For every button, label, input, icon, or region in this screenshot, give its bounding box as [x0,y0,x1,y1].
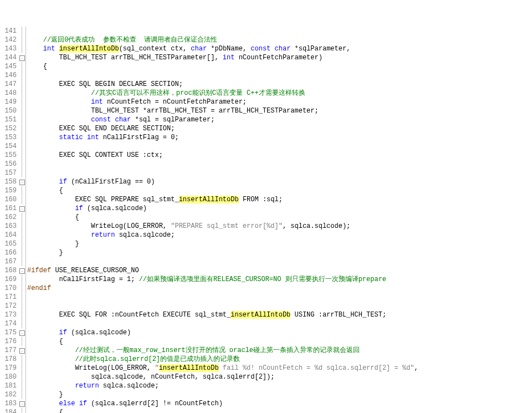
line-number: 175 [0,328,17,337]
code-line[interactable] [27,257,418,266]
code-line[interactable] [27,160,418,169]
code-line[interactable]: int insertAllIntoDb(sql_context ctx, cha… [27,44,418,53]
code-line[interactable]: sqlca.sqlcode, nCountFetch, sqlca.sqlerr… [27,373,418,381]
code-line[interactable]: } [27,239,418,248]
code-line[interactable]: { [27,408,418,413]
line-number: 152 [0,124,17,133]
line-number: 174 [0,319,17,328]
code-line[interactable]: WriteLog(LOG_ERROR, "insertAllIntoDb fai… [27,364,418,373]
fold-toggle[interactable]: - [19,348,25,354]
line-number: 144 [0,53,17,62]
line-number: 178 [0,355,17,364]
line-number: 173 [0,310,17,319]
line-number: 157 [0,169,17,177]
line-number: 155 [0,151,17,160]
code-line[interactable]: } [27,248,418,257]
code-line[interactable]: EXEC SQL CONTEXT USE :ctx; [27,151,418,160]
line-number: 169 [0,275,17,284]
line-number: 163 [0,222,17,231]
code-line[interactable]: } [27,390,418,399]
fold-toggle[interactable]: - [19,55,25,61]
code-line[interactable] [27,319,418,328]
line-number: 180 [0,373,17,381]
line-number: 141 [0,27,17,35]
code-line[interactable]: if (nCallFirstFlag == 0) [27,177,418,186]
fold-toggle[interactable]: - [19,330,25,336]
code-line[interactable]: EXEC SQL END DECLARE SECTION; [27,124,418,133]
line-number: 145 [0,62,17,71]
code-line[interactable]: TBL_HCH_TEST *arrTBL_HCH_TEST = arrTBL_H… [27,106,418,115]
line-number: 147 [0,80,17,89]
line-number: 170 [0,284,17,293]
code-line[interactable] [27,293,418,302]
code-line[interactable]: #endif [27,284,418,293]
line-number: 172 [0,302,17,310]
line-number: 171 [0,293,17,302]
fold-toggle[interactable]: - [19,401,25,407]
code-line[interactable]: if (sqlca.sqlcode) [27,204,418,213]
code-line[interactable]: { [27,213,418,222]
line-number: 156 [0,160,17,169]
line-number: 148 [0,89,17,98]
code-line[interactable] [27,27,418,35]
code-line[interactable]: WriteLog(LOG_ERROR, "PREPARE sql_stmt er… [27,222,418,231]
fold-gutter: -------- [19,27,26,413]
code-line[interactable]: int nCountFetch = nCountFetchParameter; [27,98,418,106]
line-number: 151 [0,115,17,124]
line-number: 165 [0,239,17,248]
code-line[interactable] [27,71,418,80]
line-number: 183 [0,399,17,408]
line-number: 182 [0,390,17,399]
code-line[interactable]: { [27,62,418,71]
code-line[interactable]: EXEC SQL BEGIN DECLARE SECTION; [27,80,418,89]
line-number: 146 [0,71,17,80]
code-line[interactable]: EXEC SQL FOR :nCountFetch EXECUTE sql_st… [27,310,418,319]
line-number-gutter: 1411421431441451461471481491501511521531… [0,27,19,413]
line-number: 153 [0,133,17,142]
code-line[interactable]: nCallFirstFlag = 1; //如果预编译选项里面有RELEASE_… [27,275,418,284]
code-line[interactable]: else if (sqlca.sqlerrd[2] != nCountFetch… [27,399,418,408]
fold-toggle[interactable]: - [19,268,25,274]
code-line[interactable]: #ifdef USE_RELEASE_CURSOR_NO [27,266,418,275]
code-line[interactable]: { [27,186,418,195]
line-number: 164 [0,231,17,239]
line-number: 159 [0,186,17,195]
code-line[interactable]: //其实C语言可以不用这样，proc能识别C语言变量 C++才需要这样转换 [27,89,418,98]
code-line[interactable]: { [27,337,418,346]
code-line[interactable]: static int nCallFirstFlag = 0; [27,133,418,142]
line-number: 184 [0,408,17,413]
code-line[interactable]: EXEC SQL PREPARE sql_stmt_insertAllIntoD… [27,195,418,204]
line-number: 179 [0,364,17,373]
code-line[interactable] [27,302,418,310]
fold-toggle[interactable]: - [19,206,25,212]
line-number: 149 [0,98,17,106]
code-line[interactable]: //此时sqlca.sqlerrd[2]的值是已成功插入的记录数 [27,355,418,364]
fold-toggle[interactable]: - [19,180,25,185]
code-line[interactable]: //经过测试，一般max_row_insert没打开的情况 oracle碰上第一… [27,346,418,355]
code-area[interactable]: //返回0代表成功 参数不检查 请调用者自己保证合法性 int insertAl… [26,27,418,413]
code-line[interactable]: TBL_HCH_TEST arrTBL_HCH_TESTParameter[],… [27,53,418,62]
code-line[interactable]: const char *sql = sqlParameter; [27,115,418,124]
line-number: 168 [0,266,17,275]
code-line[interactable]: if (sqlca.sqlcode) [27,328,418,337]
code-line[interactable]: return sqlca.sqlcode; [27,231,418,239]
code-line[interactable] [27,169,418,177]
line-number: 176 [0,337,17,346]
line-number: 150 [0,106,17,115]
line-number: 161 [0,204,17,213]
line-number: 162 [0,213,17,222]
code-editor: 1411421431441451461471481491501511521531… [0,27,532,413]
line-number: 142 [0,35,17,44]
line-number: 167 [0,257,17,266]
line-number: 166 [0,248,17,257]
line-number: 181 [0,381,17,390]
code-line[interactable] [27,142,418,151]
line-number: 154 [0,142,17,151]
line-number: 160 [0,195,17,204]
code-line[interactable]: return sqlca.sqlcode; [27,381,418,390]
code-line[interactable]: //返回0代表成功 参数不检查 请调用者自己保证合法性 [27,35,418,44]
line-number: 143 [0,44,17,53]
line-number: 158 [0,177,17,186]
line-number: 177 [0,346,17,355]
